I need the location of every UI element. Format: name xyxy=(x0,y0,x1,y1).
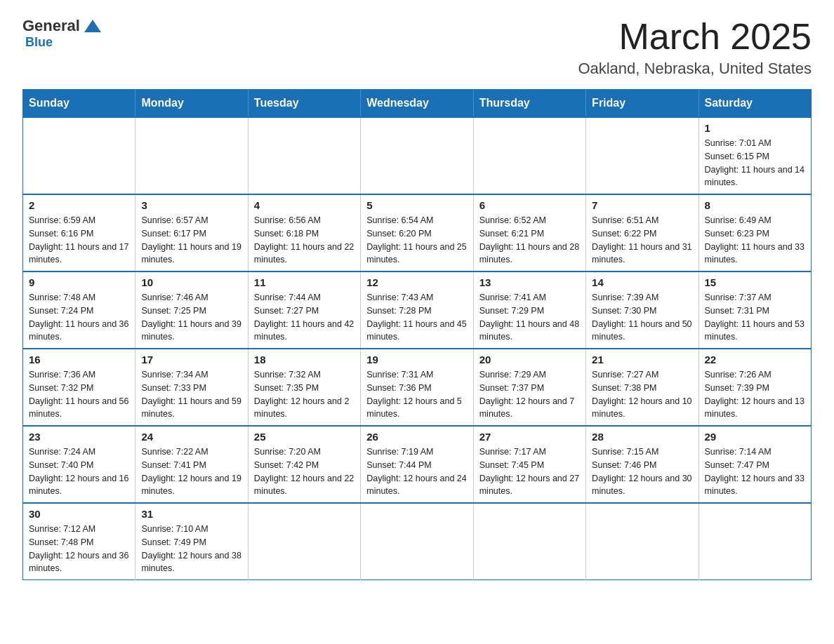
day-header-saturday: Saturday xyxy=(699,90,811,118)
day-number: 21 xyxy=(592,354,692,365)
day-info: Sunrise: 7:26 AM Sunset: 7:39 PM Dayligh… xyxy=(705,368,805,421)
calendar-header-row: SundayMondayTuesdayWednesdayThursdayFrid… xyxy=(23,90,812,118)
day-number: 12 xyxy=(366,276,467,288)
day-info: Sunrise: 6:54 AM Sunset: 6:20 PM Dayligh… xyxy=(366,214,467,267)
calendar-cell: 25Sunrise: 7:20 AM Sunset: 7:42 PM Dayli… xyxy=(248,426,360,503)
day-number: 10 xyxy=(141,276,241,288)
day-info: Sunrise: 7:48 AM Sunset: 7:24 PM Dayligh… xyxy=(29,291,129,344)
calendar-week-row: 23Sunrise: 7:24 AM Sunset: 7:40 PM Dayli… xyxy=(23,426,812,503)
calendar-cell: 19Sunrise: 7:31 AM Sunset: 7:36 PM Dayli… xyxy=(361,349,473,426)
logo: General Blue xyxy=(22,17,101,50)
day-number: 28 xyxy=(592,431,692,443)
day-number: 9 xyxy=(29,276,129,288)
day-info: Sunrise: 7:14 AM Sunset: 7:47 PM Dayligh… xyxy=(705,445,805,498)
day-number: 24 xyxy=(141,431,241,443)
day-info: Sunrise: 7:22 AM Sunset: 7:41 PM Dayligh… xyxy=(141,445,241,498)
day-info: Sunrise: 7:37 AM Sunset: 7:31 PM Dayligh… xyxy=(705,291,805,344)
calendar-cell: 4Sunrise: 6:56 AM Sunset: 6:18 PM Daylig… xyxy=(248,194,360,271)
day-info: Sunrise: 7:41 AM Sunset: 7:29 PM Dayligh… xyxy=(479,291,580,344)
day-info: Sunrise: 7:46 AM Sunset: 7:25 PM Dayligh… xyxy=(141,291,241,344)
logo-general-text: General xyxy=(22,17,80,35)
day-number: 6 xyxy=(479,199,580,211)
calendar-cell: 27Sunrise: 7:17 AM Sunset: 7:45 PM Dayli… xyxy=(473,426,585,503)
calendar-cell xyxy=(473,117,585,194)
calendar-cell: 15Sunrise: 7:37 AM Sunset: 7:31 PM Dayli… xyxy=(699,271,811,349)
day-number: 30 xyxy=(29,508,129,520)
day-number: 17 xyxy=(141,354,241,365)
month-title: March 2025 xyxy=(578,17,812,57)
calendar-cell xyxy=(135,117,248,194)
day-number: 11 xyxy=(254,276,355,288)
calendar-week-row: 16Sunrise: 7:36 AM Sunset: 7:32 PM Dayli… xyxy=(23,349,812,426)
day-number: 2 xyxy=(29,199,129,211)
day-info: Sunrise: 6:56 AM Sunset: 6:18 PM Dayligh… xyxy=(254,214,355,267)
day-info: Sunrise: 6:59 AM Sunset: 6:16 PM Dayligh… xyxy=(29,214,129,267)
day-info: Sunrise: 7:19 AM Sunset: 7:44 PM Dayligh… xyxy=(366,445,467,498)
day-number: 22 xyxy=(705,354,805,365)
calendar-cell: 11Sunrise: 7:44 AM Sunset: 7:27 PM Dayli… xyxy=(248,271,360,349)
calendar-cell: 10Sunrise: 7:46 AM Sunset: 7:25 PM Dayli… xyxy=(135,271,248,349)
calendar-cell xyxy=(586,117,699,194)
day-info: Sunrise: 7:32 AM Sunset: 7:35 PM Dayligh… xyxy=(254,368,355,421)
calendar-week-row: 30Sunrise: 7:12 AM Sunset: 7:48 PM Dayli… xyxy=(23,503,812,580)
day-info: Sunrise: 7:24 AM Sunset: 7:40 PM Dayligh… xyxy=(29,445,129,498)
day-info: Sunrise: 7:12 AM Sunset: 7:48 PM Dayligh… xyxy=(29,523,129,575)
calendar-week-row: 2Sunrise: 6:59 AM Sunset: 6:16 PM Daylig… xyxy=(23,194,812,271)
day-number: 1 xyxy=(705,122,805,134)
calendar-cell: 29Sunrise: 7:14 AM Sunset: 7:47 PM Dayli… xyxy=(699,426,811,503)
day-number: 16 xyxy=(29,354,129,365)
calendar-cell xyxy=(361,117,473,194)
day-info: Sunrise: 7:29 AM Sunset: 7:37 PM Dayligh… xyxy=(479,368,580,421)
calendar-cell: 21Sunrise: 7:27 AM Sunset: 7:38 PM Dayli… xyxy=(586,349,699,426)
title-block: March 2025 Oakland, Nebraska, United Sta… xyxy=(578,17,812,78)
calendar-cell xyxy=(473,503,585,580)
calendar-cell: 17Sunrise: 7:34 AM Sunset: 7:33 PM Dayli… xyxy=(135,349,248,426)
calendar-cell: 1Sunrise: 7:01 AM Sunset: 6:15 PM Daylig… xyxy=(699,117,811,194)
calendar-cell: 5Sunrise: 6:54 AM Sunset: 6:20 PM Daylig… xyxy=(361,194,473,271)
calendar-cell xyxy=(361,503,473,580)
day-number: 7 xyxy=(592,199,692,211)
calendar-cell: 26Sunrise: 7:19 AM Sunset: 7:44 PM Dayli… xyxy=(361,426,473,503)
calendar-week-row: 1Sunrise: 7:01 AM Sunset: 6:15 PM Daylig… xyxy=(23,117,812,194)
calendar-cell: 6Sunrise: 6:52 AM Sunset: 6:21 PM Daylig… xyxy=(473,194,585,271)
location: Oakland, Nebraska, United States xyxy=(578,60,812,78)
calendar-cell xyxy=(23,117,135,194)
day-info: Sunrise: 7:36 AM Sunset: 7:32 PM Dayligh… xyxy=(29,368,129,421)
day-info: Sunrise: 7:15 AM Sunset: 7:46 PM Dayligh… xyxy=(592,445,692,498)
calendar-cell: 13Sunrise: 7:41 AM Sunset: 7:29 PM Dayli… xyxy=(473,271,585,349)
day-number: 13 xyxy=(479,276,580,288)
day-info: Sunrise: 7:34 AM Sunset: 7:33 PM Dayligh… xyxy=(141,368,241,421)
day-number: 25 xyxy=(254,431,355,443)
calendar-cell: 7Sunrise: 6:51 AM Sunset: 6:22 PM Daylig… xyxy=(586,194,699,271)
calendar-cell: 31Sunrise: 7:10 AM Sunset: 7:49 PM Dayli… xyxy=(135,503,248,580)
day-header-wednesday: Wednesday xyxy=(361,90,473,118)
day-header-thursday: Thursday xyxy=(473,90,585,118)
day-info: Sunrise: 7:27 AM Sunset: 7:38 PM Dayligh… xyxy=(592,368,692,421)
day-number: 4 xyxy=(254,199,355,211)
calendar-cell: 9Sunrise: 7:48 AM Sunset: 7:24 PM Daylig… xyxy=(23,271,135,349)
calendar-cell: 2Sunrise: 6:59 AM Sunset: 6:16 PM Daylig… xyxy=(23,194,135,271)
calendar-cell: 20Sunrise: 7:29 AM Sunset: 7:37 PM Dayli… xyxy=(473,349,585,426)
calendar-cell: 8Sunrise: 6:49 AM Sunset: 6:23 PM Daylig… xyxy=(699,194,811,271)
day-header-monday: Monday xyxy=(135,90,248,118)
calendar-cell: 23Sunrise: 7:24 AM Sunset: 7:40 PM Dayli… xyxy=(23,426,135,503)
calendar-cell xyxy=(699,503,811,580)
day-header-friday: Friday xyxy=(586,90,699,118)
calendar-cell: 12Sunrise: 7:43 AM Sunset: 7:28 PM Dayli… xyxy=(361,271,473,349)
calendar-cell xyxy=(248,117,360,194)
logo-general: General xyxy=(22,17,101,35)
day-number: 3 xyxy=(141,199,241,211)
day-number: 5 xyxy=(366,199,467,211)
calendar-cell: 30Sunrise: 7:12 AM Sunset: 7:48 PM Dayli… xyxy=(23,503,135,580)
day-info: Sunrise: 6:52 AM Sunset: 6:21 PM Dayligh… xyxy=(479,214,580,267)
calendar-table: SundayMondayTuesdayWednesdayThursdayFrid… xyxy=(22,89,812,580)
logo-blue-text: Blue xyxy=(25,35,53,50)
day-number: 8 xyxy=(705,199,805,211)
day-number: 31 xyxy=(141,508,241,520)
day-info: Sunrise: 6:49 AM Sunset: 6:23 PM Dayligh… xyxy=(705,214,805,267)
calendar-week-row: 9Sunrise: 7:48 AM Sunset: 7:24 PM Daylig… xyxy=(23,271,812,349)
day-number: 19 xyxy=(366,354,467,365)
calendar-cell xyxy=(248,503,360,580)
page-header: General Blue March 2025 Oakland, Nebrask… xyxy=(22,17,812,78)
calendar-cell: 18Sunrise: 7:32 AM Sunset: 7:35 PM Dayli… xyxy=(248,349,360,426)
